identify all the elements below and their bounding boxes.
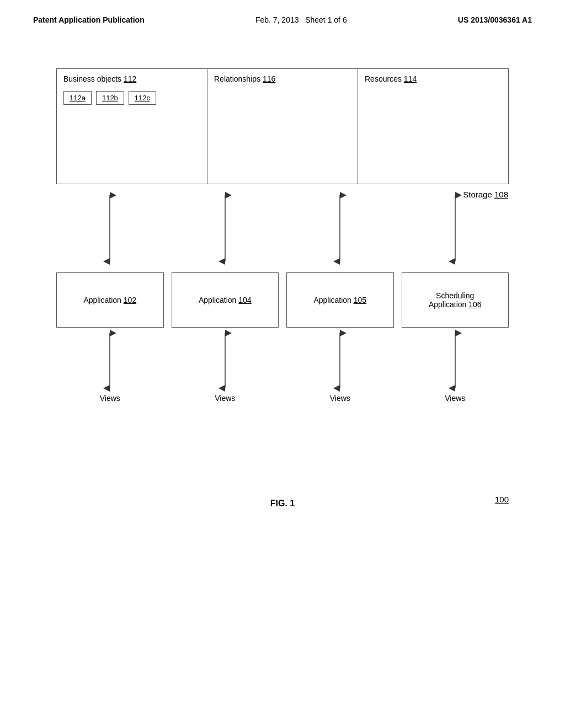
sub-box-112a: 112a [63,91,92,105]
resources-section: Resources 114 [358,69,508,184]
fig-caption: FIG. 1 [0,499,565,508]
header-sheet: Sheet 1 of 6 [305,15,347,24]
app-106-label: SchedulingApplication 106 [429,291,482,309]
header-center: Feb. 7, 2013 Sheet 1 of 6 [255,15,347,24]
top-arrows-svg [56,184,509,272]
storage-box: Business objects 112 112a 112b 112c Rela… [56,68,509,184]
app-105-box: Application 105 [286,272,394,328]
views-104: Views [172,394,279,403]
header-right: US 2013/0036361 A1 [458,15,532,24]
relationships-section: Relationships 116 [207,69,358,184]
app-102-label: Application 102 [83,296,136,304]
views-105: Views [286,394,394,403]
ref-100: 100 [495,495,509,504]
app-boxes-row: Application 102 Application 104 Applicat… [56,272,509,328]
header-left: Patent Application Publication [33,15,145,24]
resources-title: Resources 114 [365,74,502,83]
app-102-box: Application 102 [56,272,164,328]
views-106: Views [402,394,509,403]
ref-number: 100 [495,495,509,504]
header-date: Feb. 7, 2013 [255,15,299,24]
bottom-arrows-svg [56,328,509,394]
sub-box-112c: 112c [129,91,156,105]
page-header: Patent Application Publication Feb. 7, 2… [0,0,565,24]
views-102: Views [56,394,164,403]
app-104-label: Application 104 [199,296,252,304]
sub-boxes-container: 112a 112b 112c [63,91,200,105]
relationships-title: Relationships 116 [214,74,351,83]
patent-number: US 2013/0036361 A1 [458,15,532,24]
resources-number: 114 [404,74,417,83]
app-104-box: Application 104 [172,272,279,328]
publication-label: Patent Application Publication [33,15,145,24]
app-106-box: SchedulingApplication 106 [402,272,509,328]
app-105-label: Application 105 [313,296,366,304]
business-objects-section: Business objects 112 112a 112b 112c [57,69,207,184]
fig-label: FIG. 1 [270,499,295,508]
views-row: Views Views Views Views [56,394,509,403]
inner-boxes-container: Business objects 112 112a 112b 112c Rela… [57,69,508,184]
sub-box-112b: 112b [96,91,124,105]
business-objects-title: Business objects 112 [63,74,200,83]
business-objects-number: 112 [124,74,136,83]
relationships-number: 116 [263,74,275,83]
diagram-area: Business objects 112 112a 112b 112c Rela… [56,68,509,454]
